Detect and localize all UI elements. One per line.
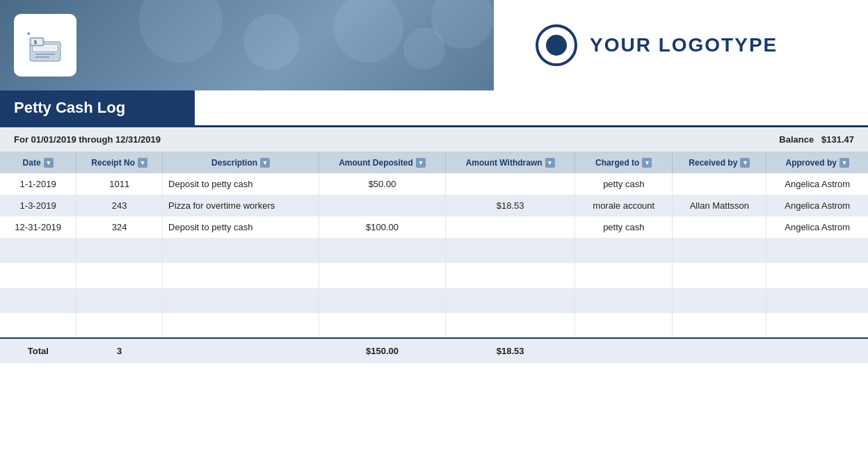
date-dropdown[interactable]: ▼ [44,158,54,168]
withdrawn-dropdown[interactable]: ▼ [545,158,555,168]
table-cell: Deposit to petty cash [163,216,319,238]
empty-cell [673,238,766,263]
empty-cell [319,313,446,338]
table-cell [446,216,575,238]
empty-cell [0,288,77,313]
table-cell: 324 [77,216,163,238]
empty-cell [766,263,868,288]
total-cell [575,338,673,363]
col-description: Description ▼ [163,152,319,173]
empty-row [0,238,868,263]
table-cell: Angelica Astrom [766,216,868,238]
empty-cell [0,238,77,263]
table-header-row: Date ▼ Receipt No ▼ Description ▼ [0,152,868,173]
total-cell [766,338,868,363]
total-cell: Total [0,338,77,363]
empty-cell [163,263,319,288]
description-dropdown[interactable]: ▼ [260,158,270,168]
logo-circle [536,24,577,66]
empty-cell [77,263,163,288]
col-charged-to: Charged to ▼ [575,152,673,173]
empty-cell [0,263,77,288]
table-cell: Allan Mattsson [673,195,766,216]
table-row: 1-3-2019243Pizza for overtime workers$18… [0,195,868,216]
table-cell [319,195,446,216]
svg-rect-3 [34,46,56,50]
empty-cell [575,238,673,263]
info-bar: For 01/01/2019 through 12/31/2019 Balanc… [0,127,868,152]
empty-cell [446,288,575,313]
total-cell: $150.00 [319,338,446,363]
empty-row [0,288,868,313]
deposited-dropdown[interactable]: ▼ [416,158,426,168]
receipt-dropdown[interactable]: ▼ [138,158,147,168]
empty-cell [446,313,575,338]
col-date: Date ▼ [0,152,77,173]
empty-row [0,263,868,288]
table-cell: 243 [77,195,163,216]
col-receipt: Receipt No ▼ [77,152,163,173]
empty-cell [766,313,868,338]
svg-rect-7 [31,39,42,45]
table-cell: Pizza for overtime workers [163,195,319,216]
title-wrapper: Petty Cash Log [0,90,868,127]
empty-cell [766,238,868,263]
table-cell: 12-31-2019 [0,216,77,238]
approved-dropdown[interactable]: ▼ [839,158,849,168]
empty-cell [163,238,319,263]
app-icon-box: ✦ $ [14,14,77,77]
table-cell: morale account [575,195,673,216]
table-cell: $50.00 [319,173,446,195]
table-cell: Angelica Astrom [766,173,868,195]
empty-cell [673,263,766,288]
charged-dropdown[interactable]: ▼ [642,158,652,168]
col-approved-by: Approved by ▼ [766,152,868,173]
empty-cell [77,313,163,338]
table-cell [673,173,766,195]
table-cell: 1011 [77,173,163,195]
total-cell [673,338,766,363]
table-cell: $100.00 [319,216,446,238]
svg-text:✦: ✦ [26,30,31,38]
balance-display: Balance $131.47 [779,134,854,145]
total-row: Total3$150.00$18.53 [0,338,868,363]
table-row: 1-1-20191011Deposit to petty cash$50.00p… [0,173,868,195]
empty-cell [319,263,446,288]
table-cell: Angelica Astrom [766,195,868,216]
header-banner: ✦ $ YOUR LOGOTYPE [0,0,868,90]
total-cell [163,338,319,363]
empty-cell [575,263,673,288]
svg-text:$: $ [34,40,37,45]
total-cell: $18.53 [446,338,575,363]
logo-text: YOUR LOGOTYPE [590,34,778,56]
balance-value: $131.47 [821,134,854,145]
col-withdrawn: Amount Withdrawn ▼ [446,152,575,173]
empty-cell [446,238,575,263]
logo-inner [546,35,567,56]
col-received-by: Received by ▼ [673,152,766,173]
petty-cash-icon: ✦ $ [24,28,66,63]
date-range: For 01/01/2019 through 12/31/2019 [14,134,779,145]
empty-cell [575,313,673,338]
empty-cell [319,288,446,313]
table-cell [446,173,575,195]
empty-cell [673,313,766,338]
balance-label: Balance [779,134,814,145]
empty-cell [163,313,319,338]
empty-cell [446,263,575,288]
empty-cell [575,288,673,313]
table-cell: 1-3-2019 [0,195,77,216]
empty-cell [766,288,868,313]
col-deposited: Amount Deposited ▼ [319,152,446,173]
received-dropdown[interactable]: ▼ [740,158,750,168]
petty-cash-table: Date ▼ Receipt No ▼ Description ▼ [0,152,868,363]
empty-cell [77,238,163,263]
table-row: 12-31-2019324Deposit to petty cash$100.0… [0,216,868,238]
banner-left: ✦ $ [0,0,494,90]
table-cell: petty cash [575,216,673,238]
empty-cell [163,288,319,313]
title-bar: Petty Cash Log [0,90,195,125]
table-cell: $18.53 [446,195,575,216]
table-cell: Deposit to petty cash [163,173,319,195]
table-cell [673,216,766,238]
